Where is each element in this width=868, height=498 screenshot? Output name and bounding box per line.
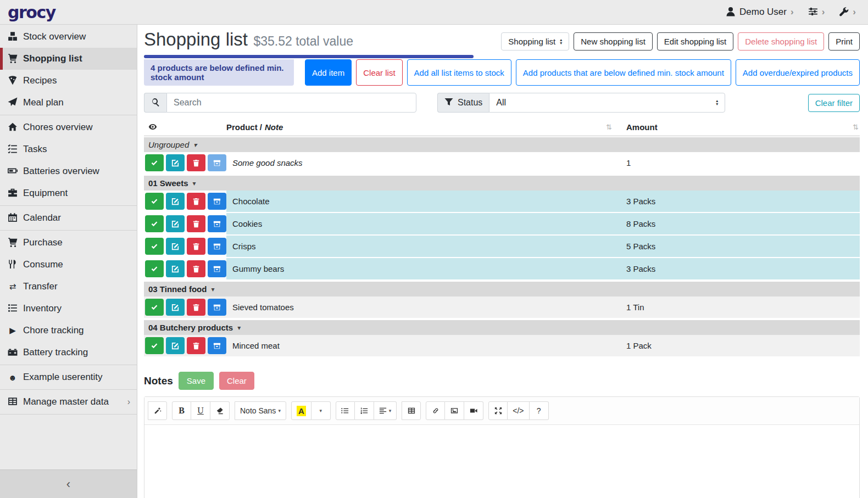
font-color-dropdown[interactable]: ▾ [311,401,331,420]
product-name: Cookies [226,213,622,234]
chevron-right-icon: › [127,397,130,407]
save-notes-button[interactable]: Save [179,372,214,390]
ordered-list-button[interactable] [355,401,374,420]
font-family-value: Noto Sans [240,406,276,415]
add-overdue-button[interactable]: Add overdue/expired products [736,59,860,86]
delete-item-button[interactable] [187,238,205,255]
delete-shopping-list-button[interactable]: Delete shopping list [738,32,824,51]
product-card-button[interactable] [208,299,226,316]
paragraph-align-dropdown[interactable]: ▾ [374,401,397,420]
bold-button[interactable]: B [172,401,191,420]
clear-list-button[interactable]: Clear list [356,59,402,86]
edit-shopping-list-button[interactable]: Edit shopping list [657,32,733,51]
new-shopping-list-button[interactable]: New shopping list [574,32,653,51]
edit-item-button[interactable] [166,154,185,171]
insert-picture-button[interactable] [445,401,464,420]
mark-done-button[interactable] [145,193,164,210]
sidebar-item-shopping-list[interactable]: Shopping list [0,48,137,70]
insert-video-button[interactable] [464,401,483,420]
edit-item-button[interactable] [166,337,185,354]
insert-link-button[interactable] [426,401,445,420]
underline-button[interactable]: U [191,401,210,420]
edit-item-button[interactable] [166,215,185,232]
edit-item-button[interactable] [166,193,185,210]
sidebar-item-meal-plan[interactable]: Meal plan [0,92,137,114]
font-color-button[interactable]: A [291,401,311,420]
help-button[interactable]: ? [530,401,549,420]
add-below-min-stock-button[interactable]: Add products that are below defined min.… [516,59,731,86]
sidebar-item-consume[interactable]: Consume [0,254,137,276]
delete-item-button[interactable] [187,260,205,277]
add-all-to-stock-button[interactable]: Add all list items to stock [407,59,511,86]
item-amount: 3 Packs [622,258,860,279]
edit-item-button[interactable] [166,238,185,255]
amount-column-header[interactable]: Amount ⇅ [622,122,860,132]
sidebar-item-batteries-overview[interactable]: Batteries overview [0,160,137,182]
product-card-button[interactable] [208,337,226,354]
sidebar-item-transfer[interactable]: ⇄ Transfer [0,276,137,298]
add-item-button[interactable]: Add item [305,59,352,86]
delete-item-button[interactable] [187,215,205,232]
print-button[interactable]: Print [828,32,860,51]
user-menu[interactable]: Demo User › [726,7,794,18]
fullscreen-button[interactable] [488,401,508,420]
sidebar-item-manage-master-data[interactable]: Manage master data › [0,391,137,413]
style-magic-button[interactable] [148,401,167,420]
group-header-butchery-products[interactable]: 04 Butchery products ▾ [144,320,860,335]
group-header-tinned-food[interactable]: 03 Tinned food ▾ [144,282,860,296]
group-header-sweets[interactable]: 01 Sweets ▾ [144,176,860,191]
notes-textarea[interactable] [144,425,859,498]
product-card-button[interactable] [208,238,226,255]
product-column-header[interactable]: Product / Note ⇅ [226,122,622,132]
admin-menu[interactable]: › [839,7,856,18]
clear-formatting-button[interactable] [210,401,230,420]
font-family-dropdown[interactable]: Noto Sans ▾ [235,401,286,420]
settings-menu[interactable]: › [808,7,825,18]
expand-arrows-icon [494,406,502,415]
user-name: Demo User [739,7,787,18]
insert-table-button[interactable] [402,401,421,420]
sidebar-item-calendar[interactable]: Calendar [0,207,137,229]
sidebar-item-recipes[interactable]: Recipes [0,70,137,92]
product-card-button[interactable] [208,215,226,232]
edit-item-button[interactable] [166,299,185,316]
sidebar-item-tasks[interactable]: Tasks [0,138,137,160]
group-header-ungrouped[interactable]: Ungrouped ▾ [144,137,860,152]
sidebar-item-label: Battery tracking [23,347,88,358]
sort-icon[interactable]: ⇅ [853,123,859,131]
sidebar-item-chores-overview[interactable]: Chores overview [0,116,137,138]
code-view-button[interactable]: </> [508,401,529,420]
product-card-button[interactable] [208,260,226,277]
mark-done-button[interactable] [145,337,164,354]
column-visibility-header[interactable] [144,122,226,132]
sidebar-item-example-userentity[interactable]: ☻ Example userentity [0,366,137,388]
delete-item-button[interactable] [187,337,205,354]
sidebar-item-stock-overview[interactable]: Stock overview [0,26,137,48]
sidebar-item-label: Recipes [23,75,57,86]
status-select[interactable]: All ▴▾ [489,93,725,113]
sort-icon[interactable]: ⇅ [606,123,612,131]
mark-done-button[interactable] [145,154,164,171]
sidebar-item-inventory[interactable]: Inventory [0,298,137,320]
product-card-button[interactable] [208,154,226,171]
shopping-list-select[interactable]: Shopping list ▴▾ [501,32,569,51]
delete-item-button[interactable] [187,154,205,171]
sidebar-collapse-button[interactable]: ‹ [0,469,137,498]
search-input[interactable] [166,93,416,113]
sidebar-item-chore-tracking[interactable]: ▶ Chore tracking [0,320,137,342]
sidebar-item-battery-tracking[interactable]: Battery tracking [0,342,137,363]
unordered-list-button[interactable] [336,401,355,420]
mark-done-button[interactable] [145,215,164,232]
clear-filter-button[interactable]: Clear filter [808,94,860,112]
mark-done-button[interactable] [145,299,164,316]
delete-item-button[interactable] [187,193,205,210]
clear-notes-button[interactable]: Clear [219,372,254,390]
mark-done-button[interactable] [145,260,164,277]
product-card-button[interactable] [208,193,226,210]
delete-item-button[interactable] [187,299,205,316]
sidebar-item-purchase[interactable]: Purchase [0,232,137,254]
sidebar-item-equipment[interactable]: Equipment [0,182,137,204]
group-name: Ungrouped [148,140,189,149]
mark-done-button[interactable] [145,238,164,255]
edit-item-button[interactable] [166,260,185,277]
